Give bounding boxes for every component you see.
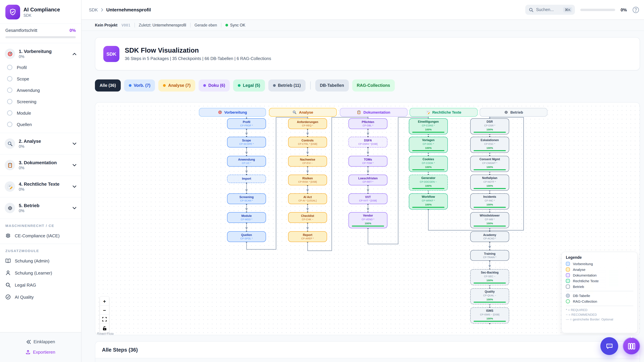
filter-chip-db-tabellen[interactable]: DB-Tabellen xyxy=(315,79,349,91)
column-header-vorbereitung[interactable]: Vorbereitung xyxy=(199,108,266,117)
flow-node-training[interactable]: TrainingCP-TRAIN * xyxy=(470,250,509,261)
flow-node-vvt[interactable]: VVTCP-VVT * [DSB] xyxy=(348,193,388,204)
flow-node-whistleblower[interactable]: WhistleblowerCP-WB *100% xyxy=(470,212,509,228)
flow-node-workflow[interactable]: WorkflowCP-WRKF *100% xyxy=(409,193,448,210)
sidebar-item-legal-rag[interactable]: Legal RAG xyxy=(0,279,81,291)
flow-node-nachweise[interactable]: NachweiseCP-EVI ~ xyxy=(288,156,327,167)
flow-node-report[interactable]: ReportCP-AREP * xyxy=(288,231,327,242)
chip-label: Vorb. (7) xyxy=(134,83,150,88)
flow-node-vendor[interactable]: VendorCP-VEND *100% xyxy=(348,212,388,228)
chevron-up-icon[interactable] xyxy=(72,52,76,55)
flow-node-toms[interactable]: TOMsCP-TOM * xyxy=(348,156,388,167)
search-input[interactable]: Suchen... ⌘K xyxy=(525,5,575,15)
node-title: Vendor xyxy=(363,214,373,218)
filter-chip-alle-36-[interactable]: Alle (36) xyxy=(95,79,120,91)
topbar: SDK Unternehmensprofil Suchen... ⌘K 0% xyxy=(82,0,644,20)
node-code: CP-CHK ~ xyxy=(302,218,314,221)
flow-node-ai-act[interactable]: AI ActCP-AI * [LEGAL] xyxy=(288,193,327,204)
lock-toggle-button[interactable] xyxy=(100,324,109,333)
zusatzmodule-group-label: ZUSATZMODULE xyxy=(0,244,81,255)
sidebar-section-header[interactable]: 3. Dokumentation0% xyxy=(0,157,81,173)
chevron-down-icon[interactable] xyxy=(72,164,76,166)
flow-node-checklist[interactable]: ChecklistCP-CHK ~ xyxy=(288,212,327,223)
flow-node-isms[interactable]: ISMSCP-ISMS ~ [DSB]100% xyxy=(470,307,509,324)
sidebar-section-header[interactable]: 4. Rechtliche Texte0% xyxy=(0,179,81,194)
flow-canvas[interactable]: Legende VorbereitungAnalyseDokumentation… xyxy=(95,102,640,335)
flow-node-import[interactable]: Import xyxy=(227,175,266,183)
collapse-sidebar-button[interactable]: Einklappen xyxy=(0,337,81,347)
node-progress-value: 100% xyxy=(486,222,493,225)
flow-node-profil[interactable]: ProfilCP-PROF * xyxy=(227,118,266,129)
sidebar-section-header[interactable]: 2. Analyse0% xyxy=(0,136,81,151)
flow-node-eskalationen[interactable]: EskalationenCP-ESC *100% xyxy=(470,137,509,153)
flow-node-generator[interactable]: GeneratorCP-DOCGEN ~100% xyxy=(409,175,448,191)
sidebar-section-header[interactable]: 5. Betrieb0% xyxy=(0,200,81,216)
flow-node-notfallplan[interactable]: NotfallplanCP-NOTF *100% xyxy=(470,175,509,191)
sidebar-section-header[interactable]: 1. Vorbereitung0% xyxy=(0,46,81,62)
flow-node-risiken[interactable]: RisikenCP-RISK * [DSB] xyxy=(288,175,327,185)
flow-node-quellen[interactable]: QuellenCP-SPOL * xyxy=(227,231,266,242)
chip-icon xyxy=(5,233,11,238)
flow-node-dsfa[interactable]: DSFACP-DSFA * [DSB] xyxy=(348,137,388,147)
breadcrumb-root[interactable]: SDK xyxy=(89,7,98,12)
sidebar-item-anwendung[interactable]: Anwendung xyxy=(0,84,81,96)
node-progress-value: 100% xyxy=(486,279,493,282)
chip-label: Betrieb (11) xyxy=(278,83,301,88)
filter-chip-analyse-7-[interactable]: Analyse (7) xyxy=(158,79,195,91)
node-code: CP-INC * xyxy=(485,199,495,202)
zoom-in-button[interactable]: + xyxy=(100,297,109,306)
filter-chip-rag-collections[interactable]: RAG-Collections xyxy=(352,79,395,91)
breadcrumb-current: Unternehmensprofil xyxy=(106,7,151,12)
column-header-legal[interactable]: Rechtliche Texte xyxy=(410,108,478,117)
flow-node-quality[interactable]: QualityCP-QUAL ~100% xyxy=(470,288,509,304)
sidebar-item-quellen[interactable]: Quellen xyxy=(0,119,81,130)
flow-node-anforderungen[interactable]: AnforderungenCP-REQ * xyxy=(288,118,327,129)
flow-node-screening[interactable]: ScreeningCP-SCAN * xyxy=(227,193,266,204)
flow-node-loeschfristen[interactable]: LoeschfristenCP-RET * xyxy=(348,175,388,185)
sidebar-section-1-vorbereitung: 1. Vorbereitung0%ProfilScopeAnwendungScr… xyxy=(0,43,81,133)
column-header-analyse[interactable]: Analyse xyxy=(269,108,337,117)
chip-label: Analyse (7) xyxy=(168,83,190,88)
chevron-down-icon[interactable] xyxy=(72,142,76,145)
column-header-dokumentation[interactable]: Dokumentation xyxy=(340,108,408,117)
filter-chip-betrieb-11-[interactable]: Betrieb (11) xyxy=(268,79,306,91)
help-icon[interactable] xyxy=(632,6,639,13)
flow-node-cookies[interactable]: CookiesCP-COOK *100% xyxy=(409,156,448,172)
sidebar-item-schulung-admin-[interactable]: Schulung (Admin) xyxy=(0,255,81,267)
flow-node-controls[interactable]: ControlsCP-CTRL * [DSB] xyxy=(288,137,327,147)
export-button[interactable]: Exportieren xyxy=(0,347,81,357)
sidebar-item-module[interactable]: Module xyxy=(0,107,81,119)
fit-view-button[interactable] xyxy=(100,315,109,324)
chat-fab-button[interactable] xyxy=(600,337,618,355)
filter-chip-doku-6-[interactable]: Doku (6) xyxy=(198,79,230,91)
node-progress-bar xyxy=(412,188,444,189)
flow-node-sec-backlog[interactable]: Sec-BacklogCP-SEC ~100% xyxy=(470,269,509,285)
sidebar-item-schulung-learner-[interactable]: Schulung (Learner) xyxy=(0,267,81,279)
node-title: Incidents xyxy=(483,195,496,199)
chip-dot-icon xyxy=(163,84,166,87)
flow-node-dsr[interactable]: DSRCP-DSR *100% xyxy=(470,118,509,134)
node-code: CP-VEND * xyxy=(362,218,374,221)
flow-node-academy[interactable]: AcademyCP-ACAD * xyxy=(470,231,509,242)
flow-node-anwendung[interactable]: AnwendungCP-UC * xyxy=(227,156,266,167)
sidebar-item-ai-quality[interactable]: AI Quality xyxy=(0,291,81,303)
sidebar-item-scope[interactable]: Scope xyxy=(0,73,81,84)
flow-node-consent-mgmt[interactable]: Consent MgmtCP-CMGMT *100% xyxy=(470,156,509,172)
flow-node-scope[interactable]: ScopeCP-SCOPE * xyxy=(227,137,266,147)
column-header-betrieb[interactable]: Betrieb xyxy=(480,108,548,117)
sidebar-item-screening[interactable]: Screening xyxy=(0,96,81,107)
flow-node-module[interactable]: ModuleCP-MOD * xyxy=(227,212,266,223)
legend-label: Dokumentation xyxy=(573,273,596,277)
flow-node-vorlagen[interactable]: VorlagenCP-DOC *100% xyxy=(409,137,448,153)
flow-node-incidents[interactable]: IncidentsCP-INC *100% xyxy=(470,193,509,210)
flow-node-einwilligungen[interactable]: EinwilligungenCP-CONS *100% xyxy=(409,118,448,134)
zoom-out-button[interactable]: − xyxy=(100,306,109,315)
chevron-down-icon[interactable] xyxy=(72,185,76,188)
filter-chip-vorb-7-[interactable]: Vorb. (7) xyxy=(124,79,155,91)
sidebar-item-profil[interactable]: Profil xyxy=(0,62,81,73)
flow-node-pflichten[interactable]: PflichtenCP-OBL * xyxy=(348,118,388,129)
sidebar-item-ce-compliance-iace-[interactable]: CE-Compliance (IACE) xyxy=(0,230,81,242)
columns-fab-button[interactable] xyxy=(622,337,640,355)
chevron-down-icon[interactable] xyxy=(72,207,76,209)
filter-chip-legal-5-[interactable]: Legal (5) xyxy=(233,79,265,91)
